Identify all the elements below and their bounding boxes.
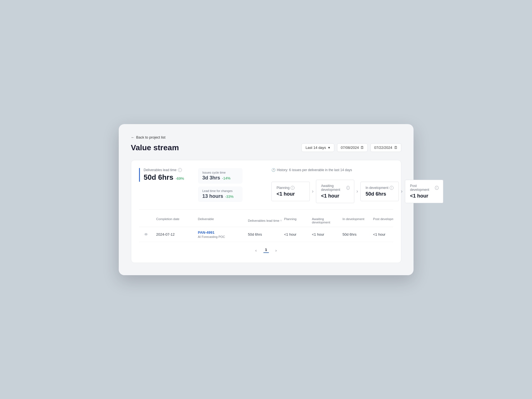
page-header: Value stream Last 14 days ▾ 07/08/2024 🗓… [131, 143, 401, 152]
right-side: 🕐 History: 6 issues per deliverable in t… [271, 168, 443, 203]
col-icon [144, 217, 156, 224]
row-post-dev: <1 hour [373, 232, 393, 237]
back-arrow-icon: ← [131, 135, 135, 139]
deliverable-sub: AI Forecasting POC [198, 235, 248, 238]
lead-time-delta: -69% [175, 176, 184, 181]
deliverables-table: Completion date Deliverable Deliverables… [139, 215, 393, 242]
main-card: Deliverables lead time i 50d 6hrs -69% I… [131, 160, 401, 263]
planning-info-icon[interactable]: i [291, 186, 295, 190]
pipeline-stage-in-development: In development i 50d 6hrs [360, 182, 399, 201]
awaiting-info-icon[interactable]: i [347, 186, 350, 190]
row-completion-date: 2024-07-12 [156, 232, 198, 237]
arrow-2: › [354, 188, 360, 195]
prev-page-button[interactable]: ‹ [252, 247, 260, 254]
pipeline-stage-post-development: Post development i <1 hour [405, 180, 443, 203]
history-icon: 🕐 [271, 168, 276, 172]
row-planning: <1 hour [284, 232, 312, 237]
pipeline-row: Planning i <1 hour › Awaiting developmen… [271, 180, 443, 203]
row-deliverable: PAN-4991 AI Forecasting POC [198, 230, 248, 238]
pipeline-stage-planning: Planning i <1 hour [271, 182, 310, 201]
col-post-dev: Post development [373, 217, 393, 224]
cycle-time-label: Issues cycle time [202, 171, 238, 174]
indev-info-icon[interactable]: i [390, 186, 394, 190]
chevron-down-icon: ▾ [328, 146, 330, 150]
stage-planning-value: <1 hour [277, 191, 305, 197]
postdev-info-icon[interactable]: i [435, 186, 439, 190]
back-link[interactable]: ← Back to project list [131, 135, 401, 139]
calendar-icon: 🗓 [360, 146, 364, 150]
deliverables-lead-time-section: Deliverables lead time i 50d 6hrs -69% [139, 168, 189, 182]
sort-arrow-icon: ↑ [280, 219, 282, 222]
stage-postdev-value: <1 hour [410, 193, 439, 199]
main-window: ← Back to project list Value stream Last… [119, 124, 414, 275]
eye-icon[interactable]: 👁 [144, 232, 148, 237]
col-completion-date: Completion date [156, 217, 198, 224]
stage-indev-label: In development i [366, 186, 394, 190]
stage-postdev-label: Post development i [410, 184, 439, 192]
lead-time-changes-delta: -33% [225, 194, 234, 199]
date-range-label: Last 14 days [306, 146, 326, 150]
date-range-select[interactable]: Last 14 days ▾ [301, 143, 335, 152]
calendar-icon-2: 🗓 [394, 146, 398, 150]
row-awaiting-dev: <1 hour [312, 232, 343, 237]
lead-time-changes-value: 13 hours -33% [202, 193, 238, 199]
date-start-input[interactable]: 07/08/2024 🗓 [337, 143, 368, 152]
header-controls: Last 14 days ▾ 07/08/2024 🗓 07/22/2024 🗓 [301, 143, 401, 152]
date-start-value: 07/08/2024 [341, 146, 359, 150]
deliverable-link[interactable]: PAN-4991 [198, 230, 248, 235]
pagination: ‹ 1 › [139, 242, 393, 257]
back-link-label: Back to project list [136, 135, 166, 139]
page-underline [263, 252, 269, 253]
col-lead-time[interactable]: Deliverables lead time ↑ [248, 217, 284, 224]
row-in-dev: 50d 6hrs [343, 232, 373, 237]
lead-time-label: Deliverables lead time i [144, 168, 189, 172]
lead-time-changes-label: Lead time for changes [202, 189, 238, 193]
arrow-1: › [310, 188, 316, 195]
sub-metrics: Issues cycle time 3d 3hrs -14% Lead time… [198, 168, 243, 202]
arrow-3: › [399, 188, 405, 195]
col-awaiting-dev: Awaiting development [312, 217, 343, 224]
stage-planning-label: Planning i [277, 186, 305, 190]
stage-awaiting-label: Awaiting development i [321, 184, 350, 192]
table-header: Completion date Deliverable Deliverables… [139, 215, 393, 227]
history-note: 🕐 History: 6 issues per deliverable in t… [271, 168, 443, 172]
next-page-button[interactable]: › [272, 247, 280, 254]
lead-time-value: 50d 6hrs -69% [144, 173, 189, 182]
page-title: Value stream [131, 143, 179, 152]
table-row: 👁 2024-07-12 PAN-4991 AI Forecasting POC… [139, 227, 393, 242]
col-in-dev: In development [343, 217, 373, 224]
cycle-time-delta: -14% [222, 176, 231, 180]
current-page[interactable]: 1 [263, 248, 269, 253]
row-lead-time: 50d 6hrs [248, 232, 284, 237]
col-deliverable: Deliverable [198, 217, 248, 224]
cycle-time-card: Issues cycle time 3d 3hrs -14% [198, 168, 243, 184]
pipeline-stage-awaiting: Awaiting development i <1 hour [316, 180, 354, 203]
stage-awaiting-value: <1 hour [321, 193, 350, 199]
lead-time-changes-card: Lead time for changes 13 hours -33% [198, 186, 243, 202]
row-eye-icon[interactable]: 👁 [144, 232, 156, 237]
stage-indev-value: 50d 6hrs [366, 191, 394, 197]
lead-time-info-icon[interactable]: i [178, 168, 182, 172]
col-planning: Planning [284, 217, 312, 224]
date-end-input[interactable]: 07/22/2024 🗓 [370, 143, 401, 152]
cycle-time-value: 3d 3hrs -14% [202, 175, 238, 181]
date-end-value: 07/22/2024 [374, 146, 392, 150]
